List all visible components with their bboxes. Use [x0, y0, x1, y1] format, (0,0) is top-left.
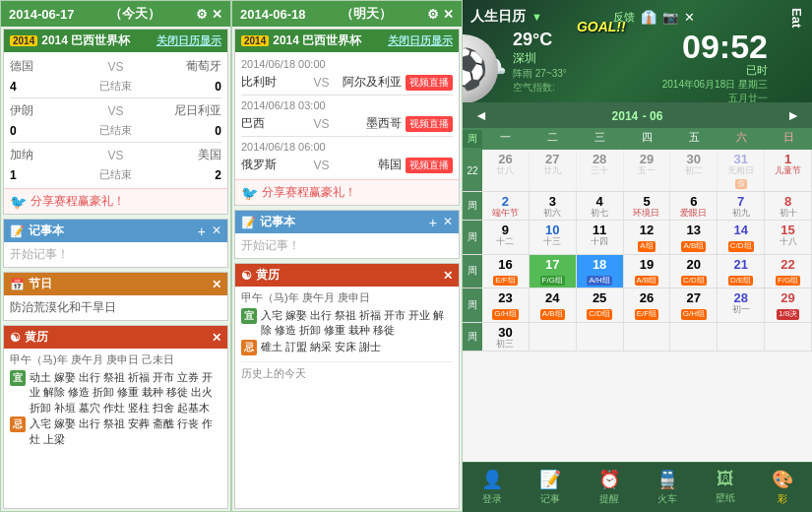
settings-icon-2[interactable]: ⚙ [427, 7, 439, 22]
cal-day-20[interactable]: 20C/D组 [670, 255, 718, 288]
match-score-row-3: 1 已结束 2 [10, 165, 221, 184]
cal-day-26b[interactable]: 26E/F组 [624, 288, 671, 321]
almanac-ji-text-tomorrow: 碓土 訂盟 納采 安床 謝士 [261, 340, 381, 354]
reminder-label: 提醒 [599, 492, 619, 506]
cal-day-empty-3 [624, 323, 671, 351]
weather-aqi: 空气指数: [513, 81, 567, 95]
weather-time-row: ⛅ 29°C 深圳 阵雨 27~33° 空气指数: ⚽ GOAL!! 09:52… [470, 30, 804, 95]
toolbar-wallpaper[interactable]: 🖼 壁纸 [716, 469, 735, 506]
wc-name-tomorrow: 2014 巴西世界杯 [273, 32, 361, 49]
cal-day-6[interactable]: 6爱眼日 [670, 192, 718, 220]
team1-t2: 巴西 [241, 115, 314, 132]
cal-day-14[interactable]: 14C/D组 [718, 221, 765, 253]
cal-day-30b[interactable]: 30初三 [482, 323, 530, 351]
cal-day-17[interactable]: 17F/G组 [530, 255, 577, 288]
worldcup-section-tomorrow: 2014 2014 巴西世界杯 关闭日历显示 2014/06/18 00:00 … [234, 29, 460, 206]
cal-day-4[interactable]: 4初七 [577, 192, 624, 220]
cal-day-19[interactable]: 19A/B组 [624, 255, 671, 288]
notes-add-tomorrow[interactable]: + [429, 215, 437, 230]
cal-day-24[interactable]: 24A/B组 [530, 288, 577, 321]
almanac-yi-text-today: 动土 嫁娶 出行 祭祖 祈福 开市 立券 开业 解除 修造 折卸 修重 栽种 移… [30, 370, 221, 416]
live-badge-t1[interactable]: 视频直播 [406, 75, 453, 91]
cal-day-31[interactable]: 31无相日假 [718, 150, 765, 191]
cal-day-26[interactable]: 26廿八 [482, 150, 530, 191]
share-text-today[interactable]: 分享赛程赢豪礼！ [31, 193, 125, 210]
almanac-label-tomorrow: 黄历 [256, 267, 280, 284]
cal-day-13[interactable]: 13A/B组 [670, 221, 718, 253]
notes-add-today[interactable]: + [198, 224, 206, 239]
cal-day-30[interactable]: 30初二 [670, 150, 718, 191]
cal-day-15[interactable]: 15十八 [765, 221, 812, 253]
notes-placeholder-tomorrow[interactable]: 开始记事！ [241, 238, 300, 252]
week-num-2: 周 [463, 192, 482, 220]
almanac-yi-text-tomorrow: 入宅 嫁娶 出行 祭祖 祈福 开市 开业 解除 修造 折卸 修重 栽种 移徙 [261, 308, 453, 339]
notes-controls-tomorrow: + ✕ [429, 215, 453, 230]
close-icon[interactable]: ✕ [212, 7, 222, 22]
cal-day-3[interactable]: 3初六 [530, 192, 577, 220]
toolbar-login[interactable]: 👤 登录 [481, 469, 503, 506]
cal-day-11[interactable]: 11十四 [577, 221, 624, 253]
cal-day-29b[interactable]: 291/8决 [765, 288, 812, 321]
prev-month-btn[interactable]: ◄ [470, 107, 492, 123]
cal-day-18[interactable]: 18A/H组 [577, 255, 624, 288]
notes-close-tomorrow[interactable]: ✕ [443, 215, 453, 230]
cal-day-28[interactable]: 28三十 [577, 150, 624, 191]
cal-day-9[interactable]: 9十二 [482, 221, 530, 253]
next-month-btn[interactable]: ► [782, 107, 804, 123]
festival-close[interactable]: ✕ [212, 278, 221, 291]
notes-title-tomorrow: 📝 记事本 [241, 214, 295, 230]
cal-day-27[interactable]: 27廿九 [530, 150, 577, 191]
cal-year-month: 2014 - 06 [612, 106, 663, 124]
toolbar-color[interactable]: 🎨 彩 [772, 469, 793, 506]
share-text-tomorrow[interactable]: 分享赛程赢豪礼！ [262, 184, 356, 201]
panel-tomorrow-date: 2014-06-18 [240, 7, 306, 22]
almanac-close-today[interactable]: ✕ [212, 331, 221, 345]
notes-placeholder-today[interactable]: 开始记事！ [10, 247, 69, 261]
wc-link-tomorrow[interactable]: 关闭日历显示 [388, 33, 453, 48]
toolbar-notes[interactable]: 📝 记事 [539, 469, 561, 506]
cal-day-23[interactable]: 23G/H组 [482, 288, 530, 321]
badge-13: A/B组 [681, 241, 706, 251]
almanac-header-tomorrow: ☯ 黄历 ✕ [235, 264, 459, 287]
cal-day-28b[interactable]: 28初一 [718, 288, 765, 321]
notes-label-tomorrow: 记事本 [260, 214, 295, 230]
worldcup-header-today: 2014 2014 巴西世界杯 关闭日历显示 [4, 30, 227, 52]
share-cal-icon[interactable]: 👔 [641, 10, 656, 25]
badge-12: A组 [638, 241, 655, 251]
cal-week-3: 周 9十二 10十三 11十四 12A组 13A/B组 14C/D组 15十八 [463, 221, 812, 254]
time-label: 已时 [662, 63, 768, 78]
cal-day-22[interactable]: 22F/G组 [765, 255, 812, 288]
live-badge-t2[interactable]: 视频直播 [406, 116, 453, 132]
cal-day-10[interactable]: 10十三 [530, 221, 577, 253]
almanac-section-tomorrow: ☯ 黄历 ✕ 甲午（马)年 庚午月 庚申日 宜 入宅 嫁娶 出行 祭祖 祈福 开… [234, 263, 460, 509]
cal-day-12[interactable]: 12A组 [624, 221, 671, 253]
weather-temp: 29°C [513, 30, 567, 50]
cal-day-16[interactable]: 16E/F组 [482, 255, 530, 288]
badge-22: F/G组 [776, 276, 800, 286]
share-bar-today[interactable]: 🐦 分享赛程赢豪礼！ [4, 188, 227, 214]
weekday-mon: 一 [482, 130, 530, 148]
almanac-close-tomorrow[interactable]: ✕ [443, 269, 453, 283]
cal-day-21[interactable]: 21D/E组 [718, 255, 765, 288]
weather-city: 深圳 [513, 50, 567, 67]
settings-icon[interactable]: ⚙ [196, 7, 208, 22]
close-cal-icon[interactable]: ✕ [684, 10, 695, 25]
close-icon-2[interactable]: ✕ [443, 7, 454, 22]
camera-icon[interactable]: 📷 [662, 10, 678, 25]
notes-close-today[interactable]: ✕ [212, 224, 221, 239]
toolbar-reminder[interactable]: ⏰ 提醒 [598, 469, 620, 506]
share-bar-tomorrow[interactable]: 🐦 分享赛程赢豪礼！ [235, 179, 459, 205]
live-badge-t3[interactable]: 视频直播 [406, 158, 453, 173]
cal-day-27b[interactable]: 27G/H组 [670, 288, 718, 321]
toolbar-train[interactable]: 🚆 火车 [656, 469, 678, 506]
cal-day-7[interactable]: 7初九 [718, 192, 765, 220]
cal-day-1[interactable]: 1儿童节 [765, 150, 812, 191]
cal-day-5[interactable]: 5环境日 [624, 192, 671, 220]
almanac-icon-today: ☯ [10, 331, 21, 345]
cal-day-25[interactable]: 25C/D组 [577, 288, 624, 321]
cal-nav: ◄ 2014 - 06 ► [463, 102, 812, 128]
cal-day-2[interactable]: 2端午节 [482, 192, 530, 220]
cal-day-29[interactable]: 29五一 [624, 150, 671, 191]
cal-day-8[interactable]: 8初十 [765, 192, 812, 220]
wc-link-today[interactable]: 关闭日历显示 [156, 33, 221, 48]
